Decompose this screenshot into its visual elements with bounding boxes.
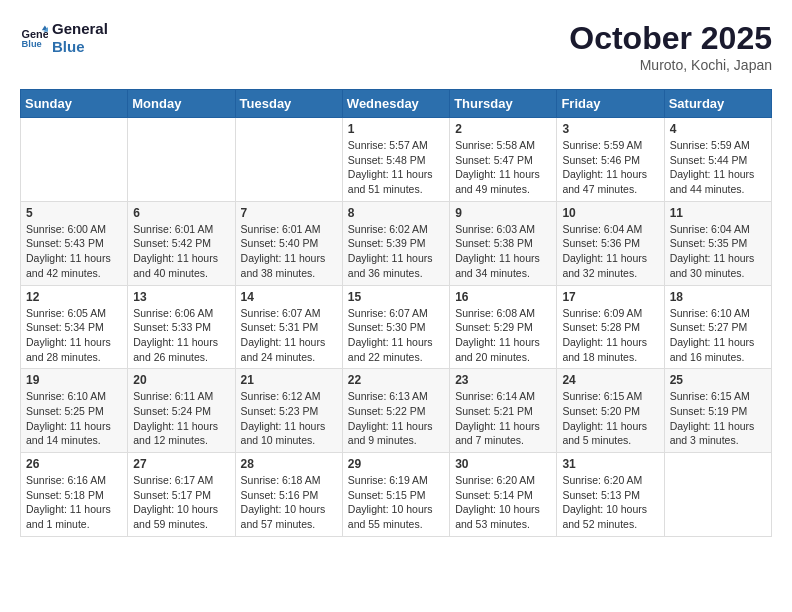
calendar-cell: 1Sunrise: 5:57 AM Sunset: 5:48 PM Daylig… (342, 118, 449, 202)
day-number: 22 (348, 373, 444, 387)
calendar-cell: 24Sunrise: 6:15 AM Sunset: 5:20 PM Dayli… (557, 369, 664, 453)
calendar-cell: 2Sunrise: 5:58 AM Sunset: 5:47 PM Daylig… (450, 118, 557, 202)
day-number: 20 (133, 373, 229, 387)
day-number: 2 (455, 122, 551, 136)
day-number: 25 (670, 373, 766, 387)
calendar-cell: 6Sunrise: 6:01 AM Sunset: 5:42 PM Daylig… (128, 201, 235, 285)
day-number: 29 (348, 457, 444, 471)
calendar-cell: 4Sunrise: 5:59 AM Sunset: 5:44 PM Daylig… (664, 118, 771, 202)
day-info: Sunrise: 6:20 AM Sunset: 5:14 PM Dayligh… (455, 473, 551, 532)
logo-icon: General Blue (20, 24, 48, 52)
day-number: 3 (562, 122, 658, 136)
day-number: 19 (26, 373, 122, 387)
page-header: General Blue General Blue October 2025 M… (20, 20, 772, 73)
day-info: Sunrise: 6:16 AM Sunset: 5:18 PM Dayligh… (26, 473, 122, 532)
calendar-cell: 5Sunrise: 6:00 AM Sunset: 5:43 PM Daylig… (21, 201, 128, 285)
day-info: Sunrise: 5:59 AM Sunset: 5:44 PM Dayligh… (670, 138, 766, 197)
day-info: Sunrise: 6:04 AM Sunset: 5:35 PM Dayligh… (670, 222, 766, 281)
day-number: 30 (455, 457, 551, 471)
calendar-cell: 12Sunrise: 6:05 AM Sunset: 5:34 PM Dayli… (21, 285, 128, 369)
day-info: Sunrise: 6:18 AM Sunset: 5:16 PM Dayligh… (241, 473, 337, 532)
day-info: Sunrise: 6:12 AM Sunset: 5:23 PM Dayligh… (241, 389, 337, 448)
calendar-cell: 31Sunrise: 6:20 AM Sunset: 5:13 PM Dayli… (557, 453, 664, 537)
calendar-cell: 7Sunrise: 6:01 AM Sunset: 5:40 PM Daylig… (235, 201, 342, 285)
day-number: 16 (455, 290, 551, 304)
calendar-cell: 26Sunrise: 6:16 AM Sunset: 5:18 PM Dayli… (21, 453, 128, 537)
calendar-cell: 18Sunrise: 6:10 AM Sunset: 5:27 PM Dayli… (664, 285, 771, 369)
calendar-cell: 21Sunrise: 6:12 AM Sunset: 5:23 PM Dayli… (235, 369, 342, 453)
logo: General Blue General Blue (20, 20, 108, 56)
calendar-cell: 10Sunrise: 6:04 AM Sunset: 5:36 PM Dayli… (557, 201, 664, 285)
day-info: Sunrise: 6:08 AM Sunset: 5:29 PM Dayligh… (455, 306, 551, 365)
calendar-cell: 8Sunrise: 6:02 AM Sunset: 5:39 PM Daylig… (342, 201, 449, 285)
day-number: 24 (562, 373, 658, 387)
day-info: Sunrise: 6:00 AM Sunset: 5:43 PM Dayligh… (26, 222, 122, 281)
weekday-header-sunday: Sunday (21, 90, 128, 118)
week-row-1: 1Sunrise: 5:57 AM Sunset: 5:48 PM Daylig… (21, 118, 772, 202)
week-row-2: 5Sunrise: 6:00 AM Sunset: 5:43 PM Daylig… (21, 201, 772, 285)
day-info: Sunrise: 5:57 AM Sunset: 5:48 PM Dayligh… (348, 138, 444, 197)
week-row-4: 19Sunrise: 6:10 AM Sunset: 5:25 PM Dayli… (21, 369, 772, 453)
weekday-header-wednesday: Wednesday (342, 90, 449, 118)
day-info: Sunrise: 6:04 AM Sunset: 5:36 PM Dayligh… (562, 222, 658, 281)
day-info: Sunrise: 6:07 AM Sunset: 5:30 PM Dayligh… (348, 306, 444, 365)
day-number: 10 (562, 206, 658, 220)
day-number: 1 (348, 122, 444, 136)
day-info: Sunrise: 5:58 AM Sunset: 5:47 PM Dayligh… (455, 138, 551, 197)
day-number: 28 (241, 457, 337, 471)
calendar-cell: 14Sunrise: 6:07 AM Sunset: 5:31 PM Dayli… (235, 285, 342, 369)
day-number: 13 (133, 290, 229, 304)
day-number: 5 (26, 206, 122, 220)
day-info: Sunrise: 6:17 AM Sunset: 5:17 PM Dayligh… (133, 473, 229, 532)
weekday-header-thursday: Thursday (450, 90, 557, 118)
day-number: 14 (241, 290, 337, 304)
weekday-header-friday: Friday (557, 90, 664, 118)
calendar-cell: 20Sunrise: 6:11 AM Sunset: 5:24 PM Dayli… (128, 369, 235, 453)
day-number: 31 (562, 457, 658, 471)
calendar-cell (21, 118, 128, 202)
day-info: Sunrise: 6:03 AM Sunset: 5:38 PM Dayligh… (455, 222, 551, 281)
calendar-cell: 22Sunrise: 6:13 AM Sunset: 5:22 PM Dayli… (342, 369, 449, 453)
day-number: 23 (455, 373, 551, 387)
calendar-cell: 17Sunrise: 6:09 AM Sunset: 5:28 PM Dayli… (557, 285, 664, 369)
svg-text:Blue: Blue (22, 39, 42, 49)
day-number: 11 (670, 206, 766, 220)
weekday-header-saturday: Saturday (664, 90, 771, 118)
calendar-cell: 28Sunrise: 6:18 AM Sunset: 5:16 PM Dayli… (235, 453, 342, 537)
day-number: 26 (26, 457, 122, 471)
day-info: Sunrise: 6:13 AM Sunset: 5:22 PM Dayligh… (348, 389, 444, 448)
day-number: 12 (26, 290, 122, 304)
calendar-cell: 16Sunrise: 6:08 AM Sunset: 5:29 PM Dayli… (450, 285, 557, 369)
day-number: 27 (133, 457, 229, 471)
day-info: Sunrise: 6:05 AM Sunset: 5:34 PM Dayligh… (26, 306, 122, 365)
day-info: Sunrise: 6:20 AM Sunset: 5:13 PM Dayligh… (562, 473, 658, 532)
day-number: 21 (241, 373, 337, 387)
calendar-cell: 15Sunrise: 6:07 AM Sunset: 5:30 PM Dayli… (342, 285, 449, 369)
calendar-cell: 13Sunrise: 6:06 AM Sunset: 5:33 PM Dayli… (128, 285, 235, 369)
day-number: 9 (455, 206, 551, 220)
day-number: 15 (348, 290, 444, 304)
day-number: 8 (348, 206, 444, 220)
day-info: Sunrise: 5:59 AM Sunset: 5:46 PM Dayligh… (562, 138, 658, 197)
calendar-cell: 30Sunrise: 6:20 AM Sunset: 5:14 PM Dayli… (450, 453, 557, 537)
calendar-cell: 27Sunrise: 6:17 AM Sunset: 5:17 PM Dayli… (128, 453, 235, 537)
weekday-header-row: SundayMondayTuesdayWednesdayThursdayFrid… (21, 90, 772, 118)
calendar-cell: 29Sunrise: 6:19 AM Sunset: 5:15 PM Dayli… (342, 453, 449, 537)
day-info: Sunrise: 6:09 AM Sunset: 5:28 PM Dayligh… (562, 306, 658, 365)
weekday-header-monday: Monday (128, 90, 235, 118)
day-number: 17 (562, 290, 658, 304)
week-row-3: 12Sunrise: 6:05 AM Sunset: 5:34 PM Dayli… (21, 285, 772, 369)
day-info: Sunrise: 6:07 AM Sunset: 5:31 PM Dayligh… (241, 306, 337, 365)
calendar-cell (664, 453, 771, 537)
calendar-cell: 9Sunrise: 6:03 AM Sunset: 5:38 PM Daylig… (450, 201, 557, 285)
calendar-cell: 3Sunrise: 5:59 AM Sunset: 5:46 PM Daylig… (557, 118, 664, 202)
day-info: Sunrise: 6:14 AM Sunset: 5:21 PM Dayligh… (455, 389, 551, 448)
location: Muroto, Kochi, Japan (569, 57, 772, 73)
calendar-cell (235, 118, 342, 202)
day-info: Sunrise: 6:15 AM Sunset: 5:20 PM Dayligh… (562, 389, 658, 448)
day-info: Sunrise: 6:10 AM Sunset: 5:27 PM Dayligh… (670, 306, 766, 365)
day-info: Sunrise: 6:01 AM Sunset: 5:42 PM Dayligh… (133, 222, 229, 281)
day-info: Sunrise: 6:15 AM Sunset: 5:19 PM Dayligh… (670, 389, 766, 448)
calendar-cell: 25Sunrise: 6:15 AM Sunset: 5:19 PM Dayli… (664, 369, 771, 453)
calendar-cell: 11Sunrise: 6:04 AM Sunset: 5:35 PM Dayli… (664, 201, 771, 285)
